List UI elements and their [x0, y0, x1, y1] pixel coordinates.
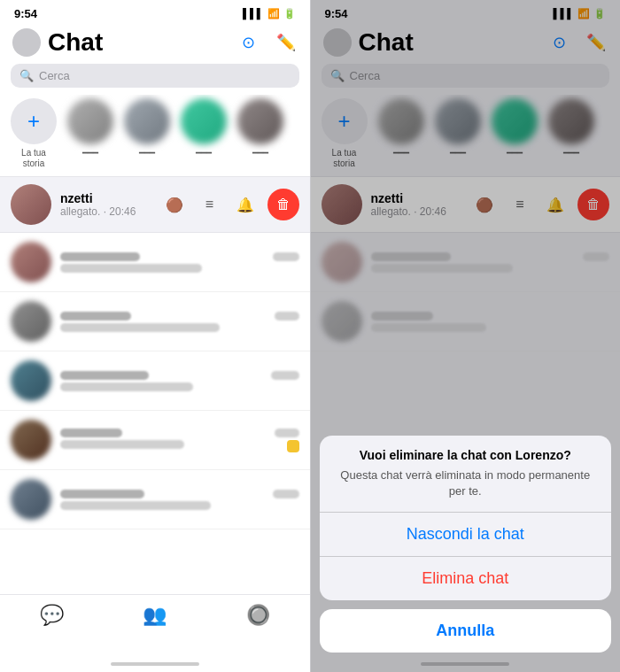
wifi-icon: 📶	[267, 8, 280, 19]
chat-name-4	[60, 429, 122, 437]
search-bar-left[interactable]: 🔍 Cerca	[11, 64, 299, 88]
time-left: 9:54	[14, 7, 37, 20]
stories-row-left: + La tuastoria ━━━ ━━━ ━━━ ━━━	[0, 95, 310, 176]
chat-info-1	[60, 252, 299, 273]
action-sheet-main: Vuoi eliminare la chat con Lorenzo? Ques…	[320, 436, 612, 600]
story-2[interactable]: ━━━	[124, 98, 170, 169]
signal-icon: ▌▌▌	[243, 8, 263, 19]
chat-item-3[interactable]	[0, 351, 310, 411]
chat-item-5[interactable]	[0, 470, 310, 529]
profile-avatar-left[interactable]	[12, 28, 41, 57]
chat-list-left	[0, 233, 310, 594]
menu-action-icon[interactable]: ≡	[197, 191, 223, 218]
chat-info-2	[60, 312, 299, 332]
header-icons-left: ⊙ ✏️	[237, 31, 298, 54]
action-sheet-subtitle: Questa chat verrà eliminata in modo perm…	[320, 467, 612, 512]
chat-tab-icon: 💬	[40, 604, 64, 627]
chat-info-4	[60, 429, 299, 452]
chat-avatar-5	[11, 479, 51, 520]
swipe-name: nzetti	[60, 191, 161, 205]
story-label-2: ━━━	[139, 148, 155, 158]
unread-badge-4	[287, 440, 299, 452]
action-sheet-title: Vuoi eliminare la chat con Lorenzo?	[320, 436, 612, 467]
left-panel: 9:54 ▌▌▌ 📶 🔋 Chat ⊙ ✏️ 🔍 Cerca + La tuas…	[0, 0, 310, 672]
hide-chat-button[interactable]: Nascondi la chat	[320, 513, 612, 556]
story-4[interactable]: ━━━	[237, 98, 283, 169]
chat-preview-2	[60, 323, 220, 332]
chat-time-5	[273, 490, 299, 498]
chat-item-1[interactable]	[0, 233, 310, 292]
delete-chat-button[interactable]: Elimina chat	[320, 557, 612, 600]
compose-button-left[interactable]: ✏️	[275, 31, 298, 54]
chat-name-1	[60, 252, 140, 261]
swipe-row-content: nzetti allegato. · 20:46	[11, 184, 161, 225]
swipe-avatar	[11, 184, 51, 225]
chat-preview-3	[60, 382, 193, 391]
swipe-sub: allegato. · 20:46	[60, 205, 161, 218]
action-sheet: Vuoi eliminare la chat con Lorenzo? Ques…	[320, 436, 612, 653]
bell-action-icon[interactable]: 🔔	[232, 191, 259, 218]
chat-avatar-2	[11, 301, 51, 342]
story-avatar-3	[181, 98, 227, 144]
home-indicator-left	[0, 656, 310, 672]
camera-button-left[interactable]: ⊙	[237, 31, 260, 54]
tab-compose[interactable]: 🔘	[246, 604, 270, 627]
status-icons-left: ▌▌▌ 📶 🔋	[243, 8, 295, 19]
chat-avatar-1	[11, 242, 51, 282]
chat-preview-1	[60, 264, 202, 273]
chat-time-4	[275, 429, 299, 437]
cancel-button[interactable]: Annulla	[320, 609, 612, 653]
chat-preview-5	[60, 501, 211, 510]
tab-bar-left: 💬 👥 🔘	[0, 594, 310, 656]
chat-name-2	[60, 312, 131, 321]
header-left-content: Chat	[12, 28, 103, 57]
chat-time-3	[271, 371, 299, 380]
story-avatar-2	[124, 98, 170, 144]
header-left: Chat ⊙ ✏️	[0, 25, 310, 64]
chat-item-2[interactable]	[0, 292, 310, 351]
emoji-action-icon[interactable]: 🟤	[161, 191, 188, 218]
add-story-btn[interactable]: +	[11, 98, 57, 144]
swipe-row-left[interactable]: nzetti allegato. · 20:46 🟤 ≡ 🔔 🗑	[0, 177, 310, 233]
search-icon-left: 🔍	[19, 69, 34, 82]
delete-action-btn[interactable]: 🗑	[267, 189, 299, 220]
status-bar-left: 9:54 ▌▌▌ 📶 🔋	[0, 0, 310, 25]
chat-info-5	[60, 490, 299, 510]
chat-info-3	[60, 371, 299, 391]
story-label-3: ━━━	[196, 148, 212, 158]
chat-name-5	[60, 490, 144, 498]
story-3[interactable]: ━━━	[181, 98, 227, 169]
story-1[interactable]: ━━━	[67, 98, 113, 169]
story-add[interactable]: + La tuastoria	[11, 98, 57, 169]
add-story-label: La tuastoria	[21, 148, 46, 169]
story-label-4: ━━━	[252, 148, 268, 158]
swipe-actions: 🟤 ≡ 🔔 🗑	[161, 189, 299, 220]
story-avatar-4	[237, 98, 283, 144]
chat-avatar-4	[11, 420, 51, 460]
right-panel: 9:54 ▌▌▌ 📶 🔋 Chat ⊙ ✏️ 🔍 Cerca + La tuas…	[311, 0, 621, 672]
chat-avatar-3	[11, 360, 51, 401]
chat-name-3	[60, 371, 149, 380]
swipe-info: nzetti allegato. · 20:46	[60, 191, 161, 218]
tab-people[interactable]: 👥	[143, 604, 167, 627]
chat-item-4[interactable]	[0, 411, 310, 470]
compose-tab-icon: 🔘	[246, 604, 270, 627]
page-title-left: Chat	[48, 28, 103, 57]
home-bar-left	[111, 662, 199, 666]
chat-preview-4	[60, 440, 184, 449]
search-placeholder-left: Cerca	[39, 69, 70, 82]
battery-icon: 🔋	[283, 8, 296, 19]
chat-time-1	[273, 252, 299, 261]
people-tab-icon: 👥	[143, 604, 167, 627]
chat-time-2	[275, 312, 299, 321]
tab-chat[interactable]: 💬	[40, 604, 64, 627]
story-label-1: ━━━	[82, 148, 98, 158]
story-avatar-1	[67, 98, 113, 144]
action-sheet-cancel: Annulla	[320, 609, 612, 653]
